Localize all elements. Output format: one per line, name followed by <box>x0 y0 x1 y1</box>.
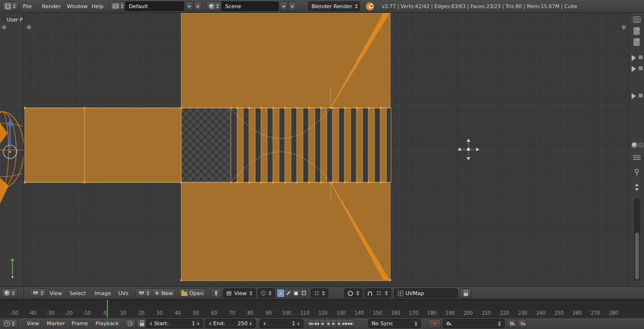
spinner-arrows-icon[interactable] <box>635 183 639 191</box>
auto-keyframe-record-button[interactable] <box>428 319 441 328</box>
uv-right-region-expand-button[interactable]: + <box>620 24 627 31</box>
vertex-mode-icon <box>280 293 281 294</box>
timeline-menu-frame[interactable]: Frame <box>72 320 88 327</box>
jump-to-end-button[interactable]: ▶▶| <box>348 319 354 328</box>
menu-file[interactable]: File <box>23 3 31 10</box>
preview-range-toggle-button[interactable] <box>125 319 135 328</box>
document-icon[interactable] <box>634 38 640 46</box>
image-pin-toggle[interactable] <box>211 288 221 298</box>
ruler-label: 210 <box>482 310 491 316</box>
cursor-tool-icon[interactable] <box>632 66 643 72</box>
scene-name-field[interactable]: Scene <box>221 1 279 11</box>
list-icon[interactable] <box>633 156 641 159</box>
add-screen-layout-button[interactable]: + <box>185 1 193 11</box>
ruler-label: 200 <box>464 310 473 316</box>
delete-scene-button[interactable]: × <box>288 1 296 11</box>
folder-icon <box>181 292 187 296</box>
editor-type-selector-info[interactable]: i <box>2 1 19 11</box>
sticky-selection-dropdown[interactable] <box>311 288 328 298</box>
decrement-arrow-icon[interactable] <box>150 322 152 326</box>
frame-end-field[interactable]: End: 250 <box>205 319 256 328</box>
uv-select-mode-island-button[interactable] <box>300 289 308 297</box>
cursor-tool-icon[interactable] <box>632 93 643 99</box>
material-sphere-icon[interactable] <box>632 142 644 148</box>
uv-image-editor[interactable]: + + <box>24 13 629 287</box>
delete-screen-layout-button[interactable]: × <box>194 1 202 11</box>
uv-select-mode-vertex-button[interactable] <box>277 289 285 297</box>
increment-arrow-icon[interactable] <box>298 322 300 326</box>
cursor-tool-icon[interactable] <box>632 55 643 61</box>
face-mode-icon <box>294 292 298 295</box>
document-icon[interactable] <box>634 27 640 35</box>
editor-type-selector-uv-image[interactable] <box>30 288 46 298</box>
chevron-updown-icon <box>216 4 219 9</box>
add-scene-button[interactable]: + <box>280 1 288 11</box>
timeline-menu-marker[interactable]: Marker <box>47 320 65 327</box>
vertical-scrollbar[interactable] <box>634 198 640 280</box>
screen-layout-name: Default <box>129 3 148 10</box>
editor-type-selector-3d-view[interactable] <box>1 288 18 298</box>
frame-start-field[interactable]: Start: 1 <box>146 319 203 328</box>
toolshelf-expand-button[interactable]: + <box>0 24 8 31</box>
audio-sync-dropdown[interactable]: No Sync <box>368 319 421 328</box>
ruler-label: -40 <box>29 310 36 316</box>
editor-type-icon[interactable] <box>634 17 640 22</box>
snap-dropdown[interactable] <box>364 288 391 298</box>
decrement-arrow-icon[interactable] <box>263 322 265 326</box>
increment-arrow-icon[interactable] <box>250 322 252 326</box>
pivot-point-dropdown[interactable] <box>258 288 275 298</box>
update-automatically-lock-toggle[interactable] <box>460 288 471 298</box>
ruler-label: 280 <box>609 310 618 316</box>
uvmap-selector-field[interactable]: UVMap <box>394 288 458 298</box>
uv-menu-image[interactable]: Image <box>94 290 111 297</box>
key-icon <box>510 322 513 325</box>
new-image-button[interactable]: + New <box>152 288 176 298</box>
render-engine-dropdown[interactable]: Blender Render <box>308 1 360 11</box>
ruler-label: 170 <box>409 310 418 316</box>
proportional-edit-dropdown[interactable] <box>344 288 363 298</box>
timeline-menu-playback[interactable]: Playback <box>95 320 119 327</box>
ruler-label: 230 <box>518 310 527 316</box>
timeline-track-area[interactable] <box>0 299 644 308</box>
menu-render[interactable]: Render <box>42 3 61 10</box>
chevron-updown-icon <box>13 4 16 9</box>
lock-time-cursor-toggle-button[interactable] <box>136 319 147 328</box>
pin-icon[interactable] <box>635 170 639 176</box>
uv-left-region-expand-button[interactable]: + <box>25 24 32 31</box>
ruler-label: 160 <box>391 310 400 316</box>
ruler-label: 60 <box>211 310 217 316</box>
viewport-3d[interactable]: User P + <box>0 13 24 287</box>
menu-window[interactable]: Window <box>67 3 87 10</box>
delete-keyframe-button[interactable] <box>517 319 527 328</box>
uv-islands[interactable] <box>25 13 391 281</box>
chevron-updown-icon <box>269 291 271 296</box>
open-image-button[interactable]: Open <box>178 288 206 298</box>
uv-menu-view[interactable]: View <box>50 290 62 297</box>
scene-browse-button[interactable] <box>206 1 222 11</box>
current-frame-field[interactable]: 1 <box>260 319 303 328</box>
decrement-arrow-icon[interactable] <box>209 322 211 326</box>
menu-help[interactable]: Help <box>92 3 104 10</box>
editor-mode-dropdown[interactable]: View <box>223 288 256 298</box>
timeline-menu-view[interactable]: View <box>27 320 39 327</box>
timeline-ruler[interactable]: -50-40-30-20-100102030405060708090100110… <box>0 308 644 318</box>
ruler-label: 20 <box>138 310 145 316</box>
properties-editor-strip[interactable] <box>629 13 644 287</box>
lock-icon <box>140 323 144 326</box>
screen-layout-browse-button[interactable] <box>110 1 126 11</box>
increment-arrow-icon[interactable] <box>197 322 199 326</box>
uv-2d-cursor[interactable] <box>457 138 479 160</box>
keying-set-field[interactable] <box>443 319 505 328</box>
current-frame-indicator[interactable] <box>107 300 108 318</box>
editor-type-selector-timeline[interactable] <box>1 319 18 328</box>
insert-keyframe-button[interactable] <box>507 319 516 328</box>
pin-icon <box>215 291 217 294</box>
browse-image-button[interactable] <box>135 288 152 298</box>
screen-layout-name-field[interactable]: Default <box>125 1 184 11</box>
mode-icon <box>227 291 231 296</box>
uv-select-mode-edge-button[interactable] <box>284 289 292 297</box>
uv-menu-select[interactable]: Select <box>70 290 86 297</box>
ruler-label: 80 <box>247 310 253 316</box>
uv-menu-uvs[interactable]: UVs <box>118 290 128 297</box>
uv-select-mode-face-button[interactable] <box>292 289 300 297</box>
